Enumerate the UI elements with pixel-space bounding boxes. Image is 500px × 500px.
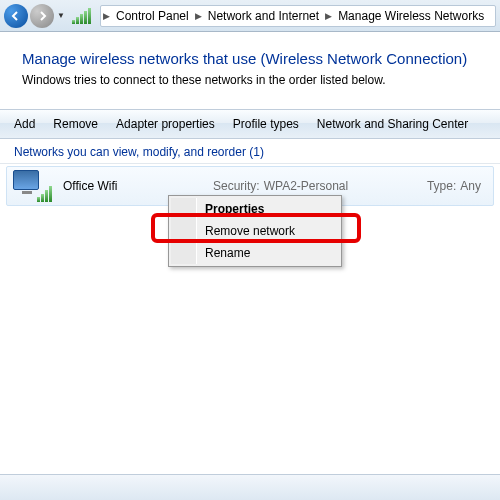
content-area: Manage wireless networks that use (Wirel… [0, 32, 500, 87]
type-value: Any [460, 179, 481, 193]
profile-types-button[interactable]: Profile types [233, 117, 299, 131]
network-name: Office Wifi [63, 179, 213, 193]
title-bar: ▼ ▶ Control Panel ▶ Network and Internet… [0, 0, 500, 32]
context-menu: Properties Remove network Rename [168, 195, 342, 267]
group-header: Networks you can view, modify, and reord… [0, 139, 500, 164]
chevron-right-icon[interactable]: ▶ [193, 11, 204, 21]
wireless-signal-icon [72, 8, 92, 24]
breadcrumb-control-panel[interactable]: Control Panel [112, 9, 193, 23]
security-value: WPA2-Personal [264, 179, 348, 193]
chevron-right-icon[interactable]: ▶ [101, 11, 112, 21]
context-item-rename[interactable]: Rename [171, 242, 339, 264]
context-item-properties[interactable]: Properties [171, 198, 339, 220]
details-pane [0, 474, 500, 500]
security-label: Security: [213, 179, 260, 193]
adapter-properties-button[interactable]: Adapter properties [116, 117, 215, 131]
remove-button[interactable]: Remove [53, 117, 98, 131]
command-bar: Add Remove Adapter properties Profile ty… [0, 109, 500, 139]
breadcrumb[interactable]: ▶ Control Panel ▶ Network and Internet ▶… [100, 5, 496, 27]
forward-button[interactable] [30, 4, 54, 28]
context-item-remove-network[interactable]: Remove network [171, 220, 339, 242]
wireless-network-icon [13, 170, 57, 202]
page-title: Manage wireless networks that use (Wirel… [22, 50, 478, 67]
type-label: Type: [427, 179, 456, 193]
chevron-right-icon[interactable]: ▶ [323, 11, 334, 21]
network-sharing-center-button[interactable]: Network and Sharing Center [317, 117, 468, 131]
breadcrumb-manage-wireless[interactable]: Manage Wireless Networks [334, 9, 488, 23]
page-description: Windows tries to connect to these networ… [22, 73, 478, 87]
back-button[interactable] [4, 4, 28, 28]
breadcrumb-network-internet[interactable]: Network and Internet [204, 9, 323, 23]
add-button[interactable]: Add [14, 117, 35, 131]
history-dropdown-icon[interactable]: ▼ [56, 6, 66, 26]
